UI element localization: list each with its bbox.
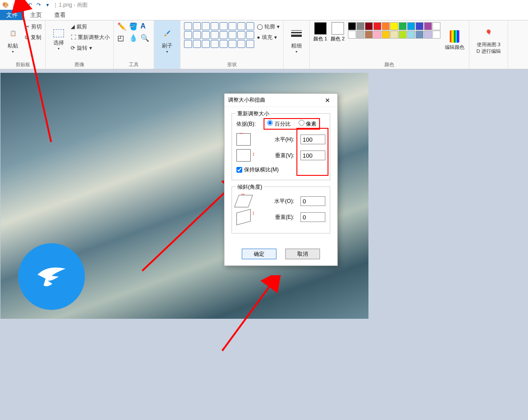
zoom-tool-icon[interactable]: 🔍: [140, 34, 150, 42]
palette-swatch[interactable]: [390, 31, 398, 39]
palette-swatch[interactable]: [432, 22, 440, 30]
group-tools: ✏️ 🪣 A ◰ 💧 🔍 工具: [114, 20, 154, 69]
shape-outline-button[interactable]: ◯ 轮廓 ▾: [257, 22, 280, 31]
resize-h-icon: ↔: [236, 133, 251, 146]
outline-label: 轮廓: [264, 23, 275, 31]
tab-home[interactable]: 主页: [24, 10, 48, 20]
picker-tool-icon[interactable]: 💧: [129, 34, 139, 42]
color-palette[interactable]: [348, 22, 440, 39]
palette-swatch[interactable]: [416, 31, 424, 39]
cut-button[interactable]: ✂ 剪切: [25, 22, 42, 31]
shapes-gallery[interactable]: [184, 22, 254, 48]
ok-button[interactable]: 确定: [242, 249, 276, 259]
by-label: 依据(B):: [236, 120, 256, 128]
redo-icon[interactable]: ↷: [35, 1, 42, 8]
cut-label: 剪切: [31, 23, 42, 31]
palette-swatch[interactable]: [390, 22, 398, 30]
brush-label: 刷子: [162, 42, 172, 50]
dialog-close-icon[interactable]: ✕: [321, 97, 334, 104]
shape-fill-button[interactable]: ● 填充 ▾: [257, 33, 280, 42]
tab-file[interactable]: 文件: [0, 10, 24, 20]
edit-colors-icon: [450, 30, 460, 43]
palette-swatch[interactable]: [416, 22, 424, 30]
aspect-checkbox[interactable]: [236, 167, 242, 173]
edit-colors-label: 编辑颜色: [445, 44, 464, 50]
eraser-tool-icon[interactable]: ◰: [117, 34, 127, 42]
save-icon[interactable]: 💾: [17, 1, 24, 8]
skew-h-label: 水平(O):: [254, 198, 297, 205]
resize-legend: 重新调整大小: [236, 110, 271, 118]
palette-swatch[interactable]: [424, 31, 432, 39]
pencil-tool-icon[interactable]: ✏️: [117, 22, 127, 31]
palette-swatch[interactable]: [373, 31, 381, 39]
palette-swatch[interactable]: [432, 31, 440, 39]
resize-button[interactable]: ⛶ 重新调整大小: [71, 33, 110, 42]
color1-swatch[interactable]: [314, 22, 327, 35]
brush-button[interactable]: 🖌️ 刷子 ▾: [158, 22, 176, 58]
size-label: 粗细: [291, 42, 302, 50]
group-tools-label: 工具: [117, 61, 150, 68]
palette-swatch[interactable]: [382, 31, 390, 39]
group-paint3d: 🎈 使用画图 3 D 进行编辑: [469, 20, 508, 69]
select-label: 选择: [53, 39, 64, 47]
select-icon: [53, 29, 64, 37]
color1-label: 颜色 1: [313, 36, 327, 42]
paint3d-button[interactable]: 🎈 使用画图 3 D 进行编辑: [473, 22, 504, 58]
size-icon: [289, 26, 304, 40]
palette-swatch[interactable]: [348, 22, 356, 30]
group-size: 粗细 ▾: [284, 20, 310, 69]
size-button[interactable]: 粗细 ▾: [287, 22, 306, 58]
skew-v-input[interactable]: [300, 212, 325, 222]
select-button[interactable]: 选择 ▾: [49, 22, 68, 58]
palette-swatch[interactable]: [365, 22, 373, 30]
crop-button[interactable]: ◢ 裁剪: [71, 22, 110, 31]
palette-swatch[interactable]: [399, 22, 407, 30]
palette-swatch[interactable]: [356, 22, 364, 30]
ribbon: 📋 粘贴 ▾ ✂ 剪切 ⧉ 复制 剪贴板 选择 ▾ ◢ 裁剪 ⛶ 重新调整大小 …: [0, 20, 528, 69]
radio-pixels[interactable]: 像素: [299, 120, 316, 128]
tab-view[interactable]: 查看: [48, 10, 72, 20]
paint3d-label-1: 使用画图 3: [477, 41, 500, 48]
group-brush: 🖌️ 刷子 ▾: [154, 20, 180, 69]
resize-v-label: 垂直(V):: [254, 152, 297, 159]
radio-percentage[interactable]: 百分比: [267, 120, 290, 128]
text-tool-icon[interactable]: A: [140, 22, 150, 30]
palette-swatch[interactable]: [407, 31, 415, 39]
palette-swatch[interactable]: [382, 22, 390, 30]
paint3d-icon: 🎈: [481, 25, 496, 40]
skew-h-icon: ↔: [234, 195, 253, 207]
group-shapes: ◯ 轮廓 ▾ ● 填充 ▾ 形状: [180, 20, 284, 69]
title-app: - 画图: [72, 2, 88, 8]
palette-swatch[interactable]: [356, 31, 364, 39]
palette-swatch[interactable]: [373, 22, 381, 30]
group-image-label: 图像: [49, 61, 110, 68]
fill-tool-icon[interactable]: 🪣: [129, 22, 139, 31]
skew-v-label: 垂直(E):: [254, 214, 297, 221]
edit-colors-button[interactable]: 编辑颜色: [444, 22, 465, 58]
palette-swatch[interactable]: [399, 31, 407, 39]
group-colors: 颜色 1 颜色 2 编辑颜色 颜色: [310, 20, 469, 69]
titlebar: 🎨 | 💾 ↶ ↷ ▾ | 1.png - 画图: [0, 0, 528, 10]
palette-swatch[interactable]: [365, 31, 373, 39]
resize-skew-dialog: 调整大小和扭曲 ✕ 重新调整大小 依据(B): 百分比 像素 ↔ 水平(H): …: [224, 93, 338, 266]
palette-swatch[interactable]: [407, 22, 415, 30]
paste-icon: 📋: [6, 26, 20, 40]
color2-swatch[interactable]: [332, 22, 344, 35]
paste-button[interactable]: 📋 粘贴 ▾: [4, 22, 22, 58]
resize-h-label: 水平(H):: [254, 136, 297, 143]
palette-swatch[interactable]: [348, 31, 356, 39]
copy-button[interactable]: ⧉ 复制: [25, 33, 42, 42]
paint3d-label-2: D 进行编辑: [476, 48, 501, 55]
app-icon: 🎨: [2, 1, 9, 8]
group-image: 选择 ▾ ◢ 裁剪 ⛶ 重新调整大小 ⟳ 旋转 ▾ 图像: [46, 20, 114, 69]
group-clipboard-label: 剪贴板: [4, 61, 42, 68]
undo-icon[interactable]: ↶: [26, 1, 33, 8]
cancel-button[interactable]: 取消: [285, 249, 320, 259]
fill-label: 填充: [262, 34, 272, 41]
skew-group: 倾斜(角度) ↔ 水平(O): ↕ 垂直(E):: [232, 186, 330, 234]
palette-swatch[interactable]: [424, 22, 432, 30]
skew-h-input[interactable]: [300, 196, 325, 206]
dingtalk-logo: [18, 243, 85, 310]
rotate-button[interactable]: ⟳ 旋转 ▾: [71, 44, 110, 52]
qat-customize-icon[interactable]: ▾: [44, 1, 51, 8]
